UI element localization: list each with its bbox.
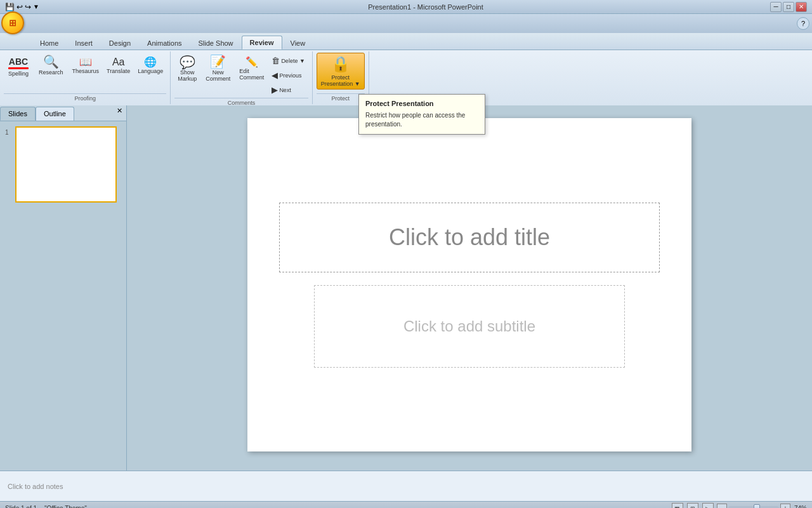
zoom-control: − + 74%: [717, 504, 807, 509]
subtitle-placeholder[interactable]: Click to add subtitle: [314, 285, 625, 368]
tab-design[interactable]: Design: [101, 36, 139, 50]
minimize-button[interactable]: ─: [770, 2, 782, 12]
outline-tab[interactable]: Outline: [36, 107, 74, 121]
main-area: Slides Outline ✕ 1 Click to add title Cl…: [0, 105, 812, 471]
notes-area[interactable]: Click to add notes: [0, 471, 812, 501]
new-comment-button[interactable]: 📝 NewComment: [201, 53, 235, 84]
new-comment-icon: 📝: [210, 55, 226, 68]
status-left: Slide 1 of 1 "Office Theme": [5, 505, 87, 508]
status-bar: Slide 1 of 1 "Office Theme" ▦ ⊞ ▷ − + 74…: [0, 501, 812, 508]
tab-slideshow[interactable]: Slide Show: [190, 36, 242, 50]
show-markup-button[interactable]: 💬 ShowMarkup: [174, 53, 200, 84]
research-button[interactable]: 🔍 Research: [34, 53, 68, 78]
delete-button[interactable]: 🗑 Delete ▼: [268, 54, 308, 67]
slide-panel: Slides Outline ✕ 1: [0, 105, 127, 471]
redo-icon[interactable]: ↪: [25, 3, 31, 11]
title-placeholder[interactable]: Click to add title: [279, 203, 660, 272]
tab-view[interactable]: View: [282, 36, 314, 50]
protect-label: ProtectPresentation ▼: [321, 74, 360, 87]
translate-label: Translate: [107, 68, 130, 74]
tab-home[interactable]: Home: [32, 36, 67, 50]
customize-qat-icon[interactable]: ▼: [33, 3, 39, 10]
tooltip-title: Protect Presentation: [365, 100, 478, 107]
slide-panel-content: 1: [0, 121, 126, 471]
translate-button[interactable]: Aa Translate: [103, 53, 133, 76]
quick-access-toolbar: 💾 ↩ ↪ ▼: [5, 3, 81, 11]
view-slidesorter-button[interactable]: ⊞: [687, 503, 698, 509]
previous-label: Previous: [279, 72, 301, 79]
tooltip-body: Restrict how people can access the prese…: [365, 111, 478, 129]
previous-button[interactable]: ◀ Previous: [268, 69, 308, 82]
comments-group: 💬 ShowMarkup 📝 NewComment ✏️ EditComment…: [171, 51, 312, 104]
next-button[interactable]: ▶ Next: [268, 83, 308, 97]
zoom-out-button[interactable]: −: [717, 504, 727, 509]
subtitle-placeholder-text: Click to add subtitle: [403, 318, 535, 335]
help-icon[interactable]: ?: [797, 17, 809, 30]
status-right: ▦ ⊞ ▷ − + 74%: [671, 503, 807, 509]
next-icon: ▶: [272, 85, 278, 95]
proofing-label: Proofing: [4, 93, 166, 103]
research-icon: 🔍: [43, 55, 59, 68]
tab-review[interactable]: Review: [242, 36, 282, 50]
notes-placeholder: Click to add notes: [8, 483, 63, 490]
slide-number-label: 1: [5, 129, 9, 136]
edit-comment-icon: ✏️: [246, 57, 258, 67]
save-icon[interactable]: 💾: [5, 3, 15, 11]
view-normal-button[interactable]: ▦: [672, 503, 683, 509]
slide-canvas[interactable]: Click to add title Click to add subtitle: [247, 118, 691, 451]
translate-icon: Aa: [112, 57, 125, 67]
undo-icon[interactable]: ↩: [16, 3, 23, 11]
protect-presentation-button[interactable]: 🔒 ProtectPresentation ▼: [317, 53, 365, 90]
thesaurus-label: Thesaurus: [72, 68, 100, 74]
canvas-area: Click to add title Click to add subtitle: [127, 105, 812, 471]
zoom-in-button[interactable]: +: [780, 504, 790, 509]
next-label: Next: [279, 87, 291, 93]
spelling-label: Spelling: [8, 70, 29, 77]
window-title: Presentation1 - Microsoft PowerPoint: [81, 3, 770, 11]
previous-icon: ◀: [272, 70, 278, 80]
delete-icon: 🗑: [272, 56, 280, 65]
language-button[interactable]: 🌐 Language: [134, 53, 166, 76]
slides-tab[interactable]: Slides: [0, 107, 36, 121]
language-icon: 🌐: [144, 57, 157, 67]
zoom-thumb[interactable]: [754, 504, 760, 509]
office-logo-icon: ⊞: [9, 18, 16, 28]
language-label: Language: [138, 68, 163, 74]
thesaurus-button[interactable]: 📖 Thesaurus: [69, 53, 103, 76]
theme-info: "Office Theme": [44, 505, 87, 508]
zoom-slider[interactable]: [728, 506, 779, 509]
proofing-group: ABC Spelling 🔍 Research 📖 Thesaurus Aa T…: [0, 51, 171, 104]
thesaurus-icon: 📖: [79, 57, 92, 67]
spelling-button[interactable]: ABC Spelling: [4, 53, 33, 79]
tab-animations[interactable]: Animations: [139, 36, 190, 50]
slide-panel-tabs: Slides Outline ✕: [0, 105, 126, 121]
zoom-level: 74%: [794, 505, 807, 508]
title-bar: 💾 ↩ ↪ ▼ Presentation1 - Microsoft PowerP…: [0, 0, 812, 14]
protect-icon: 🔒: [331, 55, 350, 73]
slide-thumbnail[interactable]: [15, 126, 117, 203]
spelling-icon: ABC: [9, 55, 28, 69]
title-placeholder-text: Click to add title: [389, 224, 550, 251]
ribbon-tabs: Home Insert Design Animations Slide Show…: [0, 33, 812, 50]
edit-comment-label: EditComment: [239, 68, 264, 81]
protect-tooltip: Protect Presentation Restrict how people…: [358, 94, 485, 135]
slide-list-item: 1: [5, 126, 121, 203]
new-comment-label: NewComment: [206, 69, 230, 82]
edit-comment-button[interactable]: ✏️ EditComment: [236, 53, 267, 83]
show-markup-icon: 💬: [180, 56, 195, 69]
office-button[interactable]: ⊞: [1, 11, 24, 34]
maximize-button[interactable]: □: [783, 2, 794, 12]
view-slideshow-button[interactable]: ▷: [702, 503, 714, 509]
panel-close-button[interactable]: ✕: [113, 105, 126, 121]
tab-insert[interactable]: Insert: [67, 36, 101, 50]
research-label: Research: [39, 69, 63, 76]
show-markup-label: ShowMarkup: [178, 69, 197, 82]
protect-group-label: Protect: [317, 93, 365, 103]
slide-info: Slide 1 of 1: [5, 505, 37, 508]
window-controls: ─ □ ✕: [770, 2, 807, 12]
close-button[interactable]: ✕: [796, 2, 807, 12]
delete-label: Delete ▼: [281, 58, 304, 64]
